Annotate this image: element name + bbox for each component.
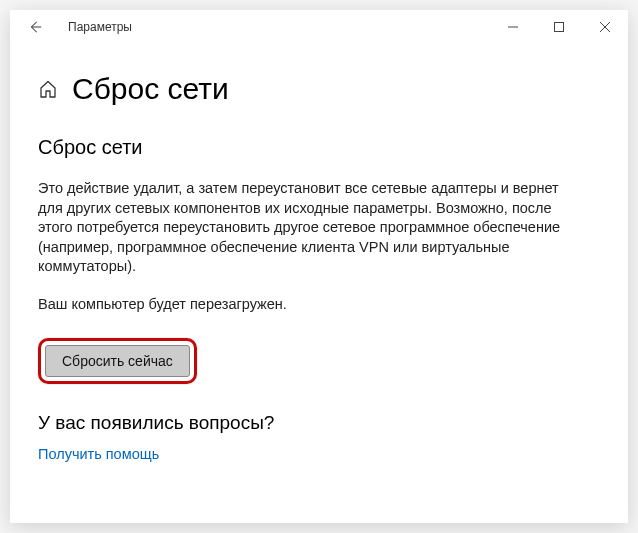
maximize-button[interactable] [536,10,582,44]
maximize-icon [554,22,564,32]
close-icon [600,22,610,32]
titlebar: Параметры [10,10,628,44]
help-section-title: У вас появились вопросы? [38,412,600,434]
app-title: Параметры [68,20,132,34]
close-button[interactable] [582,10,628,44]
home-icon[interactable] [38,79,58,99]
back-arrow-icon [28,20,42,34]
content-area: Сброс сети Сброс сети Это действие удали… [10,44,628,523]
minimize-icon [508,22,518,32]
reset-button-highlight: Сбросить сейчас [38,338,197,384]
window-controls [490,10,628,44]
page-header: Сброс сети [38,72,600,106]
page-title: Сброс сети [72,72,229,106]
get-help-link[interactable]: Получить помощь [38,446,600,462]
minimize-button[interactable] [490,10,536,44]
description-text: Это действие удалит, а затем переустанов… [38,179,578,277]
restart-note: Ваш компьютер будет перезагружен. [38,295,578,315]
reset-now-button[interactable]: Сбросить сейчас [45,345,190,377]
settings-window: Параметры [10,10,628,523]
back-button[interactable] [20,12,50,42]
section-title: Сброс сети [38,136,600,159]
svg-rect-0 [555,23,564,32]
